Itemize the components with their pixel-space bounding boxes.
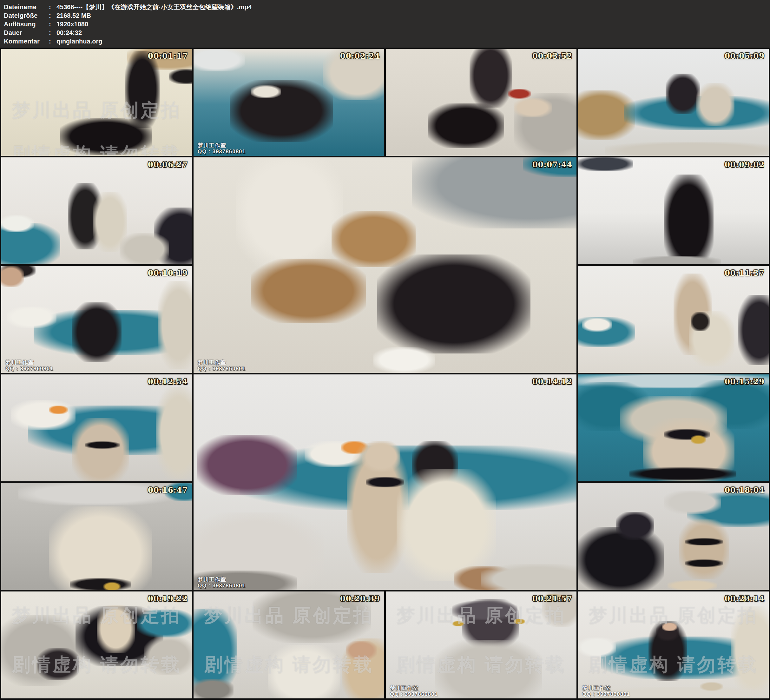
video-thumbnail-15: 梦川出品 原创定拍 剧情虚构 请勿转载 00:19:22 [1, 591, 192, 698]
scene-shape [236, 157, 343, 271]
timestamp-overlay: 00:16:47 [148, 486, 188, 495]
video-thumbnail-17: 梦川出品 原创定拍 剧情虚构 请勿转载 梦川工作室 QQ：3937860801 … [386, 591, 576, 698]
video-thumbnail-1: 梦川出品 原创定拍 剧情虚构 请勿转载 00:01:17 [1, 49, 192, 156]
studio-qq-text: QQ：3937860801 [197, 149, 246, 154]
video-thumbnail-12: 00:15:29 [578, 374, 769, 481]
scene-shape [362, 441, 400, 471]
video-thumbnail-3: 00:03:52 [386, 49, 576, 156]
scene-shape [11, 400, 76, 430]
video-thumbnail-13: 00:16:47 [1, 483, 192, 590]
file-info-label: Dauer [4, 29, 49, 37]
video-thumbnail-5: 00:06:27 [1, 157, 192, 264]
studio-watermark-small: 梦川工作室 QQ：3937860801 [197, 360, 246, 371]
scene-shape [7, 306, 57, 328]
studio-name-text: 梦川工作室 [197, 143, 246, 149]
scene-shape [668, 580, 717, 590]
scene-shape [453, 601, 517, 621]
scene-shape [377, 254, 531, 353]
studio-name-text: 梦川工作室 [197, 577, 246, 583]
scene-shape [72, 418, 129, 481]
scene-shape [125, 51, 160, 128]
studio-watermark-small: 梦川工作室 QQ：3937860801 [197, 577, 246, 589]
timestamp-overlay: 00:15:29 [725, 377, 765, 386]
scene-shape [685, 559, 723, 567]
scene-shape [664, 175, 713, 264]
studio-name-text: 梦川工作室 [390, 685, 438, 691]
scene-shape [662, 622, 677, 631]
file-info-value: 1920x1080 [57, 20, 770, 29]
scene-shape [197, 435, 297, 495]
video-thumbnail-7: 00:09:02 [578, 157, 769, 264]
scene-shape [169, 69, 192, 84]
scene-shape [85, 441, 119, 449]
timestamp-overlay: 00:12:54 [148, 377, 188, 386]
scene-shape [158, 281, 192, 368]
thumbnail-image [194, 591, 384, 698]
scene-shape [691, 435, 706, 444]
scene-shape [37, 648, 79, 681]
scene-shape [60, 118, 152, 155]
studio-qq-text: QQ：3937860801 [197, 366, 246, 371]
scene-shape [268, 645, 340, 699]
timestamp-overlay: 00:14:12 [532, 377, 573, 386]
thumbnail-image [578, 483, 769, 590]
studio-qq-text: QQ：3937860801 [5, 366, 53, 371]
file-info-row-kommentar: Kommentar : qinglanhua.org [4, 37, 770, 46]
scene-shape [578, 157, 633, 171]
video-thumbnail-6: 梦川工作室 QQ：3937860801 00:07:44 [194, 157, 576, 373]
video-thumbnail-14: 00:18:04 [578, 483, 769, 590]
scene-shape [666, 74, 700, 114]
studio-watermark-small: 梦川工作室 QQ：3937860801 [582, 685, 630, 697]
thumbnail-image [1, 157, 192, 264]
timestamp-overlay: 00:20:39 [340, 594, 380, 603]
timestamp-overlay: 00:03:52 [532, 52, 573, 61]
thumbnail-grid: 梦川出品 原创定拍 剧情虚构 请勿转载 00:01:17 梦川工作室 QQ：39… [0, 48, 770, 700]
video-thumbnail-11: 梦川工作室 QQ：3937860801 00:14:12 [194, 374, 576, 590]
thumbnail-image [386, 591, 576, 698]
scene-shape [664, 491, 721, 514]
scene-shape [194, 49, 245, 71]
thumbnail-image [578, 49, 769, 156]
scene-shape [1, 215, 34, 232]
scene-shape [194, 679, 233, 698]
scene-shape [120, 233, 169, 264]
video-thumbnail-16: 梦川出品 原创定拍 剧情虚构 请勿转载 00:20:39 [194, 591, 384, 698]
scene-shape [97, 605, 135, 653]
studio-watermark-small: 梦川工作室 QQ：3937860801 [197, 143, 246, 154]
file-info-value: qinglanhua.org [57, 37, 770, 46]
scene-shape [700, 682, 723, 691]
file-info-label: Dateigröße [4, 11, 49, 20]
studio-name-text: 梦川工作室 [582, 685, 630, 691]
studio-qq-text: QQ：3937860801 [390, 691, 438, 697]
thumbnail-image [194, 49, 384, 156]
scene-shape [691, 312, 710, 331]
studio-name-text: 梦川工作室 [197, 360, 246, 366]
scene-shape [49, 506, 152, 590]
thumbnail-image [1, 266, 192, 373]
scene-shape [1, 266, 24, 287]
scene-shape [374, 347, 435, 373]
studio-watermark-small: 梦川工作室 QQ：3937860801 [5, 360, 53, 371]
video-thumbnail-18: 梦川出品 原创定拍 剧情虚构 请勿转载 梦川工作室 QQ：3937860801 … [578, 591, 769, 698]
scene-shape [685, 538, 723, 546]
scene-shape [156, 387, 192, 479]
timestamp-overlay: 00:01:17 [148, 52, 188, 61]
file-info-value: 45368----【梦川】《在游戏开始之前·小女王双丝全包绝望装箱》.mp4 [57, 3, 770, 11]
scene-shape [696, 83, 734, 126]
scene-shape [70, 578, 131, 590]
timestamp-overlay: 00:18:04 [725, 486, 765, 495]
timestamp-overlay: 00:05:09 [725, 52, 765, 61]
file-info-label: Dateiname [4, 3, 49, 11]
timestamp-overlay: 00:19:22 [148, 594, 188, 603]
file-info-separator: : [49, 37, 57, 46]
scene-shape [428, 104, 504, 149]
scene-shape [104, 582, 121, 590]
scene-shape [605, 142, 769, 156]
file-info-separator: : [49, 20, 57, 29]
file-info-separator: : [49, 3, 57, 11]
video-thumbnail-9: 00:11:37 [578, 266, 769, 373]
file-info-label: Auflösung [4, 20, 49, 29]
thumbnail-image [194, 157, 576, 373]
scene-shape [514, 98, 552, 117]
studio-name-text: 梦川工作室 [5, 360, 53, 366]
